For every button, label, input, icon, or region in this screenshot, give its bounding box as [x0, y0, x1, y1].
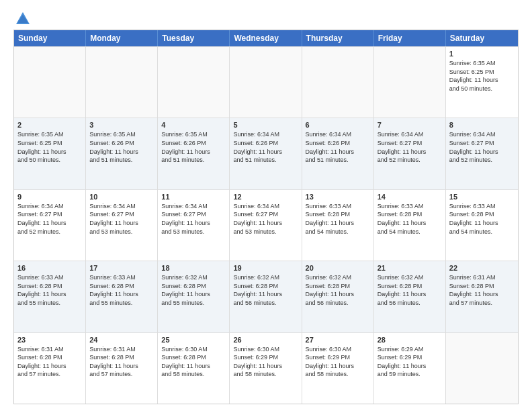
day-number: 1: [449, 50, 515, 58]
cell-info: Sunrise: 6:32 AM Sunset: 6:28 PM Dayligh…: [233, 273, 298, 307]
cell-info: Sunrise: 6:33 AM Sunset: 6:28 PM Dayligh…: [89, 273, 154, 307]
cell-info: Sunrise: 6:35 AM Sunset: 6:26 PM Dayligh…: [89, 130, 154, 164]
calendar-cell: 5Sunrise: 6:34 AM Sunset: 6:26 PM Daylig…: [230, 118, 302, 189]
day-number: 8: [449, 121, 515, 129]
header: [13, 11, 519, 23]
calendar-cell: 8Sunrise: 6:34 AM Sunset: 6:27 PM Daylig…: [446, 118, 518, 189]
day-number: 5: [233, 121, 298, 129]
day-number: 18: [161, 264, 226, 272]
calendar-cell: 1Sunrise: 6:35 AM Sunset: 6:25 PM Daylig…: [446, 47, 518, 118]
cell-info: Sunrise: 6:34 AM Sunset: 6:27 PM Dayligh…: [378, 130, 442, 164]
calendar-cell: 9Sunrise: 6:34 AM Sunset: 6:27 PM Daylig…: [14, 190, 86, 261]
calendar-cell: 16Sunrise: 6:33 AM Sunset: 6:28 PM Dayli…: [14, 261, 86, 332]
calendar-cell: 25Sunrise: 6:30 AM Sunset: 6:28 PM Dayli…: [158, 333, 230, 404]
cell-info: Sunrise: 6:32 AM Sunset: 6:28 PM Dayligh…: [161, 273, 226, 307]
day-number: 11: [161, 193, 226, 201]
header-cell-sunday: Sunday: [14, 30, 86, 46]
cell-info: Sunrise: 6:35 AM Sunset: 6:25 PM Dayligh…: [17, 130, 82, 164]
cell-info: Sunrise: 6:34 AM Sunset: 6:27 PM Dayligh…: [233, 202, 298, 236]
header-cell-tuesday: Tuesday: [158, 30, 230, 46]
day-number: 12: [233, 193, 298, 201]
day-number: 26: [233, 336, 298, 344]
calendar-cell: [158, 47, 230, 118]
day-number: 16: [17, 264, 82, 272]
calendar-row-2: 9Sunrise: 6:34 AM Sunset: 6:27 PM Daylig…: [14, 189, 518, 261]
calendar-cell: 13Sunrise: 6:33 AM Sunset: 6:28 PM Dayli…: [302, 190, 374, 261]
day-number: 14: [378, 193, 442, 201]
cell-info: Sunrise: 6:31 AM Sunset: 6:28 PM Dayligh…: [89, 345, 154, 379]
calendar-cell: 2Sunrise: 6:35 AM Sunset: 6:25 PM Daylig…: [14, 118, 86, 189]
day-number: 20: [306, 264, 370, 272]
cell-info: Sunrise: 6:33 AM Sunset: 6:28 PM Dayligh…: [306, 202, 370, 236]
page: SundayMondayTuesdayWednesdayThursdayFrid…: [0, 0, 532, 411]
calendar-cell: [374, 47, 446, 118]
calendar-cell: 27Sunrise: 6:30 AM Sunset: 6:29 PM Dayli…: [302, 333, 374, 404]
cell-info: Sunrise: 6:35 AM Sunset: 6:26 PM Dayligh…: [161, 130, 226, 164]
day-number: 6: [306, 121, 370, 129]
calendar-cell: 6Sunrise: 6:34 AM Sunset: 6:26 PM Daylig…: [302, 118, 374, 189]
calendar: SundayMondayTuesdayWednesdayThursdayFrid…: [13, 30, 519, 404]
calendar-cell: 10Sunrise: 6:34 AM Sunset: 6:27 PM Dayli…: [86, 190, 158, 261]
day-number: 19: [233, 264, 298, 272]
day-number: 7: [378, 121, 442, 129]
cell-info: Sunrise: 6:30 AM Sunset: 6:29 PM Dayligh…: [233, 345, 298, 379]
cell-info: Sunrise: 6:34 AM Sunset: 6:26 PM Dayligh…: [233, 130, 298, 164]
day-number: 2: [17, 121, 82, 129]
day-number: 10: [89, 193, 154, 201]
cell-info: Sunrise: 6:31 AM Sunset: 6:28 PM Dayligh…: [449, 273, 515, 307]
calendar-cell: 17Sunrise: 6:33 AM Sunset: 6:28 PM Dayli…: [86, 261, 158, 332]
day-number: 21: [378, 264, 442, 272]
calendar-cell: 28Sunrise: 6:29 AM Sunset: 6:29 PM Dayli…: [374, 333, 446, 404]
day-number: 23: [17, 336, 82, 344]
logo-icon: [15, 11, 31, 27]
calendar-cell: [446, 333, 518, 404]
logo: [13, 11, 31, 23]
calendar-row-0: 1Sunrise: 6:35 AM Sunset: 6:25 PM Daylig…: [14, 46, 518, 118]
day-number: 15: [449, 193, 515, 201]
cell-info: Sunrise: 6:34 AM Sunset: 6:27 PM Dayligh…: [89, 202, 154, 236]
calendar-cell: 11Sunrise: 6:34 AM Sunset: 6:27 PM Dayli…: [158, 190, 230, 261]
calendar-cell: [302, 47, 374, 118]
cell-info: Sunrise: 6:31 AM Sunset: 6:28 PM Dayligh…: [17, 345, 82, 379]
header-cell-saturday: Saturday: [446, 30, 518, 46]
cell-info: Sunrise: 6:34 AM Sunset: 6:26 PM Dayligh…: [306, 130, 370, 164]
calendar-cell: 22Sunrise: 6:31 AM Sunset: 6:28 PM Dayli…: [446, 261, 518, 332]
cell-info: Sunrise: 6:33 AM Sunset: 6:28 PM Dayligh…: [17, 273, 82, 307]
cell-info: Sunrise: 6:33 AM Sunset: 6:28 PM Dayligh…: [449, 202, 515, 236]
header-cell-thursday: Thursday: [302, 30, 374, 46]
day-number: 13: [306, 193, 370, 201]
calendar-cell: 21Sunrise: 6:32 AM Sunset: 6:28 PM Dayli…: [374, 261, 446, 332]
calendar-cell: 15Sunrise: 6:33 AM Sunset: 6:28 PM Dayli…: [446, 190, 518, 261]
calendar-cell: 24Sunrise: 6:31 AM Sunset: 6:28 PM Dayli…: [86, 333, 158, 404]
cell-info: Sunrise: 6:30 AM Sunset: 6:29 PM Dayligh…: [306, 345, 370, 379]
day-number: 17: [89, 264, 154, 272]
calendar-cell: [86, 47, 158, 118]
day-number: 24: [89, 336, 154, 344]
svg-marker-1: [17, 15, 28, 23]
day-number: 25: [161, 336, 226, 344]
cell-info: Sunrise: 6:32 AM Sunset: 6:28 PM Dayligh…: [306, 273, 370, 307]
calendar-cell: 18Sunrise: 6:32 AM Sunset: 6:28 PM Dayli…: [158, 261, 230, 332]
header-cell-wednesday: Wednesday: [230, 30, 302, 46]
calendar-cell: 19Sunrise: 6:32 AM Sunset: 6:28 PM Dayli…: [230, 261, 302, 332]
cell-info: Sunrise: 6:29 AM Sunset: 6:29 PM Dayligh…: [378, 345, 442, 379]
calendar-row-4: 23Sunrise: 6:31 AM Sunset: 6:28 PM Dayli…: [14, 332, 518, 404]
cell-info: Sunrise: 6:34 AM Sunset: 6:27 PM Dayligh…: [449, 130, 515, 164]
day-number: 28: [378, 336, 442, 344]
calendar-cell: 4Sunrise: 6:35 AM Sunset: 6:26 PM Daylig…: [158, 118, 230, 189]
calendar-row-1: 2Sunrise: 6:35 AM Sunset: 6:25 PM Daylig…: [14, 118, 518, 189]
calendar-body: 1Sunrise: 6:35 AM Sunset: 6:25 PM Daylig…: [14, 46, 518, 404]
calendar-cell: 7Sunrise: 6:34 AM Sunset: 6:27 PM Daylig…: [374, 118, 446, 189]
cell-info: Sunrise: 6:30 AM Sunset: 6:28 PM Dayligh…: [161, 345, 226, 379]
cell-info: Sunrise: 6:35 AM Sunset: 6:25 PM Dayligh…: [449, 59, 515, 93]
day-number: 27: [306, 336, 370, 344]
cell-info: Sunrise: 6:34 AM Sunset: 6:27 PM Dayligh…: [17, 202, 82, 236]
header-cell-friday: Friday: [374, 30, 446, 46]
calendar-cell: 26Sunrise: 6:30 AM Sunset: 6:29 PM Dayli…: [230, 333, 302, 404]
calendar-cell: 20Sunrise: 6:32 AM Sunset: 6:28 PM Dayli…: [302, 261, 374, 332]
cell-info: Sunrise: 6:32 AM Sunset: 6:28 PM Dayligh…: [378, 273, 442, 307]
calendar-header: SundayMondayTuesdayWednesdayThursdayFrid…: [14, 30, 518, 46]
calendar-cell: 3Sunrise: 6:35 AM Sunset: 6:26 PM Daylig…: [86, 118, 158, 189]
header-cell-monday: Monday: [86, 30, 158, 46]
calendar-cell: 14Sunrise: 6:33 AM Sunset: 6:28 PM Dayli…: [374, 190, 446, 261]
